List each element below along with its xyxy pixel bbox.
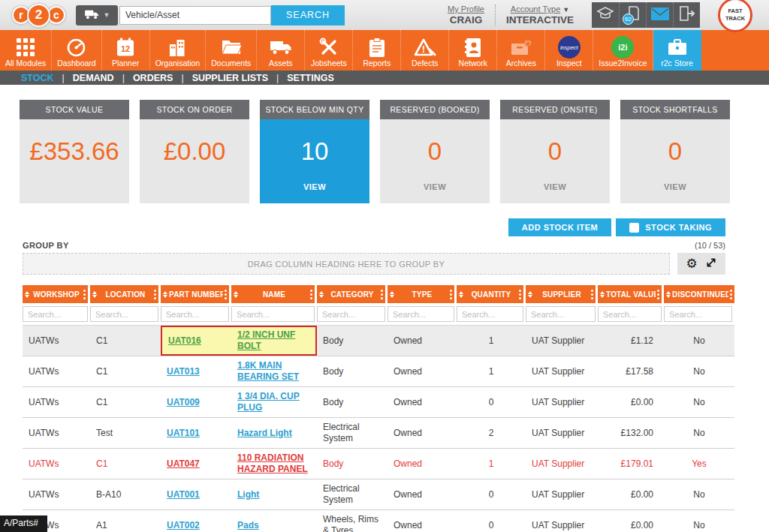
nav-all-modules[interactable]: All Modules: [0, 30, 52, 71]
envelope-icon: [651, 8, 669, 23]
search-input-total_value[interactable]: [598, 306, 662, 322]
search-input-supplier[interactable]: [526, 306, 596, 322]
column-header-supplier[interactable]: SUPPLIER: [526, 285, 598, 303]
column-menu-icon[interactable]: [83, 289, 86, 300]
column-header-workshop[interactable]: WORKSHOP: [23, 285, 90, 303]
nav-defects[interactable]: ! Defects: [401, 30, 449, 71]
nav-network[interactable]: Network: [449, 30, 497, 71]
stat-card-stock-below-min-qty[interactable]: STOCK BELOW MIN QTY 10 VIEW: [260, 100, 369, 203]
tab-demand[interactable]: DEMAND: [54, 73, 114, 83]
search-type-dropdown[interactable]: ▼: [76, 5, 118, 26]
part_number-link[interactable]: UAT002: [167, 520, 200, 531]
nav-organisation[interactable]: Organisation: [150, 30, 207, 71]
part_number-link[interactable]: UAT013: [167, 366, 200, 377]
logout-button[interactable]: [673, 2, 700, 28]
cell-category: Body: [317, 449, 388, 479]
nav-planner[interactable]: 12 Planner: [102, 30, 150, 71]
part_number-link[interactable]: UAT101: [167, 428, 200, 439]
column-header-discontinued[interactable]: DISCONTINUED: [664, 285, 734, 303]
name-link[interactable]: 1.8K MAIN BEARING SET: [237, 360, 311, 383]
part_number-link[interactable]: UAT016: [168, 335, 201, 347]
search-input-category[interactable]: [317, 306, 385, 322]
search-input-name[interactable]: [231, 306, 315, 322]
nav-documents[interactable]: Documents: [206, 30, 257, 71]
name-link[interactable]: 1/2 INCH UNF BOLT: [237, 329, 309, 352]
column-menu-icon[interactable]: [591, 289, 593, 300]
name-link[interactable]: 1 3/4 DIA. CUP PLUG: [237, 391, 311, 413]
fast-track-badge[interactable]: FAST TRACK: [718, 0, 752, 32]
nav-assets[interactable]: Assets: [257, 30, 305, 71]
search-input-location[interactable]: [90, 306, 158, 322]
nav-dashboard[interactable]: Dashboard: [52, 30, 101, 71]
training-button[interactable]: [592, 2, 619, 28]
nav-jobsheets[interactable]: Jobsheets: [305, 30, 353, 71]
name-link[interactable]: 110 RADIATION HAZARD PANEL: [237, 452, 311, 475]
search-input-part_number[interactable]: [161, 306, 229, 322]
search-input-quantity[interactable]: [457, 306, 523, 322]
search-input-type[interactable]: [388, 306, 454, 322]
add-stock-item-button[interactable]: ADD STOCK ITEM: [508, 218, 612, 236]
column-menu-icon[interactable]: [381, 289, 383, 300]
part_number-link[interactable]: UAT009: [167, 397, 200, 408]
notifications-button[interactable]: 62: [619, 2, 646, 28]
nav-inspect[interactable]: inspect Inspect: [545, 30, 593, 71]
vehicle-asset-input[interactable]: [119, 6, 271, 25]
name-link[interactable]: Hazard Light: [237, 428, 292, 439]
tab-stock[interactable]: STOCK: [21, 73, 54, 83]
cell-workshop: UATWs: [23, 449, 90, 479]
part_number-link[interactable]: UAT001: [167, 489, 200, 500]
view-link[interactable]: VIEW: [424, 182, 446, 191]
tab-orders[interactable]: ORDERS: [114, 73, 173, 83]
cell-workshop: UATWs: [23, 326, 90, 356]
group-by-drop-zone[interactable]: DRAG COLUMN HEADING HERE TO GROUP BY: [23, 253, 670, 275]
column-label: SUPPLIER: [534, 290, 590, 299]
column-menu-icon[interactable]: [154, 289, 156, 300]
stock-taking-button[interactable]: STOCK TAKING: [616, 218, 725, 236]
sort-icon: [600, 291, 605, 298]
column-menu-icon[interactable]: [225, 289, 227, 300]
column-menu-icon[interactable]: [310, 289, 312, 300]
expand-icon[interactable]: [705, 257, 717, 272]
column-menu-icon[interactable]: [519, 289, 521, 300]
cell-name: 1.8K MAIN BEARING SET: [231, 356, 317, 386]
view-link[interactable]: VIEW: [544, 182, 566, 191]
gear-icon[interactable]: ⚙: [686, 257, 697, 270]
logo-letter: 2: [27, 4, 50, 27]
stock-taking-checkbox[interactable]: [629, 223, 639, 233]
column-header-total_value[interactable]: TOTAL VALUE: [598, 285, 664, 303]
nav-label: Defects: [412, 59, 439, 68]
search-input-workshop[interactable]: [23, 306, 88, 322]
column-menu-icon[interactable]: [730, 289, 732, 300]
account-type-link[interactable]: Account Type▼: [506, 5, 574, 14]
my-profile-link[interactable]: My Profile: [448, 5, 484, 14]
name-link[interactable]: Pads: [237, 520, 259, 531]
view-link[interactable]: VIEW: [303, 182, 326, 191]
column-header-quantity[interactable]: QUANTITY: [457, 285, 526, 303]
search-button[interactable]: SEARCH: [271, 5, 345, 26]
nav-reports[interactable]: Reports: [353, 30, 401, 71]
search-cell-discontinued: [664, 306, 734, 322]
column-header-category[interactable]: CATEGORY: [317, 285, 388, 303]
nav-issue2invoice[interactable]: i2i Issue2Invoice: [593, 30, 653, 71]
tab-settings[interactable]: SETTINGS: [268, 73, 334, 83]
column-header-location[interactable]: LOCATION: [90, 285, 161, 303]
name-link[interactable]: Light: [237, 489, 259, 500]
column-header-name[interactable]: NAME: [231, 285, 317, 303]
messages-button[interactable]: [646, 2, 673, 28]
cell-quantity: 1: [457, 326, 526, 356]
column-menu-icon[interactable]: [450, 289, 452, 300]
part_number-link[interactable]: UAT047: [167, 458, 200, 470]
tab-supplier-lists[interactable]: SUPPLIER LISTS: [173, 73, 268, 83]
column-header-type[interactable]: TYPE: [388, 285, 457, 303]
cell-part_number: UAT016: [161, 326, 231, 356]
cell-name: 1 3/4 DIA. CUP PLUG: [231, 387, 317, 417]
view-link[interactable]: VIEW: [664, 182, 686, 191]
column-header-part_number[interactable]: PART NUMBER: [161, 285, 231, 303]
sort-icon: [528, 291, 532, 298]
nav-archives[interactable]: Archives: [497, 30, 545, 71]
nav-r2c-store[interactable]: r2c Store: [653, 30, 701, 71]
chevron-down-icon: ▼: [562, 6, 569, 14]
search-input-discontinued[interactable]: [664, 306, 732, 322]
column-menu-icon[interactable]: [657, 289, 659, 300]
page: r 2 c ▼ SEARCH My Profile CRAIG Account …: [0, 0, 769, 532]
